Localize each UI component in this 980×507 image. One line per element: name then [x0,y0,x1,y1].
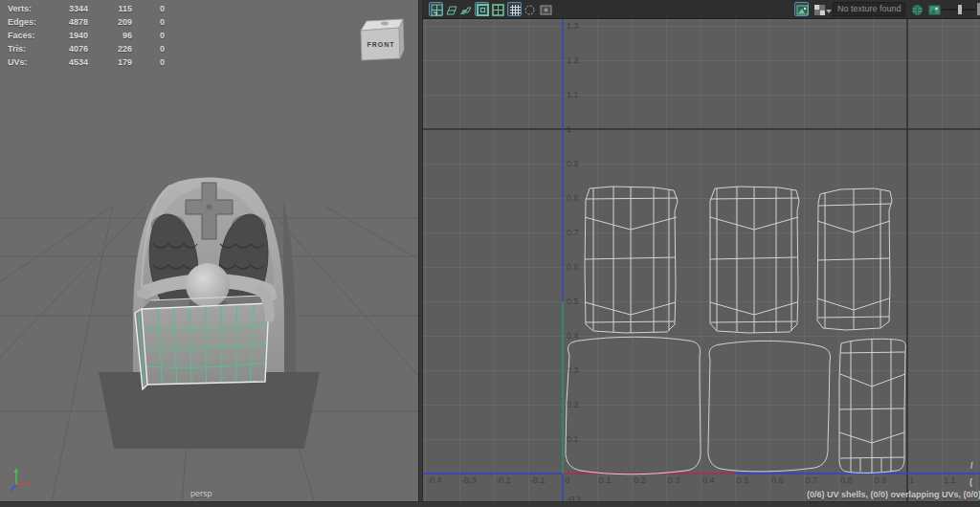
hud-row: UVs: 4534 179 0 [8,55,170,69]
hud-total-value: 1940 [33,29,88,42]
clipped-status-fragment: ( [969,477,972,487]
uv-shell [710,187,799,333]
uv-shell [708,341,831,472]
hud-third-value: 0 [132,15,165,29]
hud-row: Edges: 4878 209 0 [8,15,170,29]
texture-select-dropdown[interactable]: No texture found [833,2,905,16]
clipped-status-fragment: / [970,461,973,471]
poly-count-hud: Verts: 3344 115 0 Edges: 4878 209 0 Face… [8,2,170,69]
uv-shells[interactable] [566,187,905,474]
hud-row: Faces: 1940 96 0 [8,29,170,42]
uv-shell [817,188,892,330]
camera-name-label: persp [190,489,212,498]
refresh-texture-icon[interactable] [909,2,924,16]
hud-total-value: 4534 [33,55,88,69]
hud-total-value: 3344 [33,2,88,15]
hud-selected-value: 209 [88,15,132,29]
uv-shell [839,339,905,473]
3d-scene [0,0,418,507]
hud-row-label: Faces: [8,29,33,42]
hud-row-label: Edges: [8,15,33,29]
hud-selected-value: 226 [88,42,132,55]
view-cube-front-label: FRONT [367,41,394,48]
hud-row-label: Verts: [8,2,33,15]
uv-unit-lines [423,19,980,507]
move-uv-icon[interactable] [443,2,457,16]
texture-caret-icon[interactable] [823,2,833,16]
uv-statistics-status: (0/6) UV shells, (0/0) overlapping UVs, … [807,490,980,499]
hud-selected-value: 179 [88,55,132,69]
view-image-icon[interactable] [794,2,809,16]
hud-row-label: Tris: [8,42,33,55]
exposure-slider[interactable] [943,9,975,11]
flip-uv-icon[interactable] [457,2,472,16]
hud-row-label: UVs: [8,55,33,69]
hud-selected-value: 115 [88,2,132,15]
pixel-grid-icon[interactable] [507,2,522,16]
uv-axes [423,19,980,507]
shade-uvs-icon[interactable] [522,2,536,16]
uv-shells-layer [423,0,980,507]
frame-image-icon[interactable] [538,2,552,16]
tile-border-icon[interactable] [475,2,489,16]
hud-row: Verts: 3344 115 0 [8,2,170,15]
image-ratio-icon[interactable] [926,2,941,16]
exposure-slider-handle[interactable] [957,4,963,15]
hud-third-value: 0 [132,42,165,55]
tile-grid-icon[interactable] [490,2,504,16]
perspective-viewport[interactable]: Verts: 3344 115 0 Edges: 4878 209 0 Face… [0,0,418,507]
uv-shell [585,187,678,333]
hud-total-value: 4878 [33,15,88,29]
hud-third-value: 0 [132,29,165,42]
view-axis-gizmo [11,468,30,491]
uv-editor-panel[interactable]: 1.31.21.110.90.80.70.60.50.40.30.20.1 -0… [423,0,980,507]
application-window: Verts: 3344 115 0 Edges: 4878 209 0 Face… [0,0,980,507]
hud-row: Tris: 4076 226 0 [8,42,170,55]
view-cube[interactable]: FRONT [356,13,408,63]
window-bottom-strip [0,501,980,507]
hud-third-value: 0 [132,55,165,69]
hud-third-value: 0 [132,2,165,15]
uv-grid-icon[interactable] [429,2,443,16]
uv-shell [566,337,701,474]
hud-selected-value: 96 [88,29,132,42]
hud-total-value: 4076 [33,42,88,55]
uv-editor-toolbar: No texture found [423,0,980,19]
